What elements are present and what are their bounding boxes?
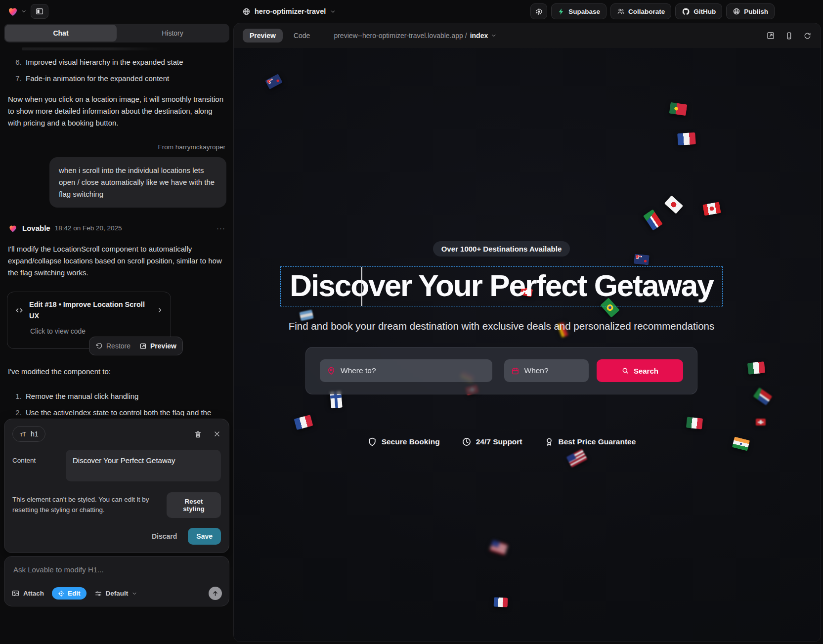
chat-scroll-area[interactable]: Improved visual hierarchy in the expande… [4,47,229,416]
location-pin-icon [327,366,336,375]
list-item: Remove the manual click handling [24,390,226,402]
feature-support: 24/7 Support [462,437,522,447]
edit-mode-button[interactable]: Edit [52,587,87,600]
hero-section: Over 1000+ Destinations Available Discov… [234,48,795,642]
hero-subtitle: Find and book your dream destination wit… [289,320,715,332]
type-icon: тT [20,430,26,438]
refresh-button[interactable] [803,32,812,40]
content-field-label: Content [12,450,60,464]
edit-card-actions: Restore Preview [89,337,183,355]
assistant-paragraph: I'll modify the LocationScroll component… [8,243,226,279]
message-author-label: From harrymckayroper [7,142,225,153]
tab-code[interactable]: Code [287,29,317,43]
discard-button[interactable]: Discard [152,532,177,540]
selected-element-pill[interactable]: тT h1 [12,426,45,442]
chevron-right-icon [156,306,164,314]
text-caret [361,267,362,306]
message-menu-button[interactable]: ··· [217,222,225,234]
lovable-heart-icon [8,223,18,233]
close-panel-button[interactable] [213,430,221,438]
edit-card-subtitle: Click to view code [30,326,164,337]
publish-button[interactable]: Publish [726,3,775,19]
code-icon [14,305,24,315]
element-editor-panel: тT h1 Content Discover Your Perfect Geta… [4,419,229,553]
list-item: Use the activeIndex state to control bot… [24,407,226,416]
chevron-down-icon [330,8,336,15]
chat-sidebar: Chat History Improved visual hierarchy i… [0,23,233,644]
preview-toolbar: Preview Code preview--hero-optimizer-tra… [234,23,821,48]
attach-button[interactable]: Attach [11,589,44,598]
gear-icon [535,7,543,16]
selected-h1-outline[interactable]: Discover Your Perfect Getaway [280,266,722,306]
save-button[interactable]: Save [188,528,221,545]
content-field-input[interactable]: Discover Your Perfect Getaway [66,450,221,481]
hero-title[interactable]: Discover Your Perfect Getaway [290,268,713,303]
settings-button[interactable] [530,3,547,19]
message-timestamp: 18:42 on Feb 20, 2025 [55,223,122,234]
tab-preview[interactable]: Preview [243,29,283,43]
sidebar-tabs: Chat History [4,24,229,43]
url-page: index [470,32,488,40]
collaborate-button[interactable]: Collaborate [610,3,671,19]
preview-version-button[interactable]: Preview [139,341,176,351]
toggle-sidebar-button[interactable] [31,4,48,19]
element-tag: h1 [31,430,39,438]
project-name: hero-optimizer-travel [255,7,326,15]
search-bar: Search [305,347,697,394]
supabase-button[interactable]: Supabase [551,3,606,19]
feature-best-price: Best Price Guarantee [544,437,636,447]
search-button[interactable]: Search [597,359,683,382]
feature-secure-booking: Secure Booking [367,437,440,447]
assistant-paragraph: I've modified the component to: [8,366,226,378]
feature-badges: Secure Booking 24/7 Support Best Price G… [367,437,636,447]
list-item: Improved visual hierarchy in the expande… [24,56,226,68]
send-button[interactable] [209,587,222,600]
supabase-icon [558,8,565,15]
chevron-down-icon [21,8,27,14]
delete-element-button[interactable] [194,430,202,438]
project-switcher[interactable]: hero-optimizer-travel [242,7,336,16]
app-topbar: hero-optimizer-travel Supabase Collabora… [0,0,823,23]
composer-input[interactable]: Ask Lovable to modify H1... [13,565,221,574]
url-base: preview--hero-optimizer-travel.lovable.a… [334,32,467,40]
destinations-badge: Over 1000+ Destinations Available [433,241,570,257]
restore-button[interactable]: Restore [95,341,130,351]
assistant-paragraph: Now when you click on a location image, … [8,93,226,129]
award-icon [544,437,554,447]
globe-icon [733,7,740,15]
github-button[interactable]: GitHub [675,3,722,19]
clipped-list-item [22,47,170,50]
tab-history[interactable]: History [117,25,228,42]
assistant-list-bottom: Remove the manual click handlingUse the … [24,390,226,416]
assistant-name: Lovable [22,222,50,234]
reset-styling-button[interactable]: Reset styling [167,492,221,518]
assistant-message-header: Lovable 18:42 on Feb 20, 2025 ··· [8,222,225,234]
users-icon [617,7,625,15]
lovable-logo-menu[interactable] [7,5,27,17]
open-in-new-tab-button[interactable] [766,31,775,40]
calendar-icon [511,367,520,375]
list-item: Fade-in animation for the expanded conte… [24,73,226,85]
shield-icon [367,437,377,447]
when-field[interactable] [504,359,589,382]
github-icon [682,7,690,16]
panel-left-icon [35,7,44,16]
styling-note: This element can't be styled. You can ed… [12,495,159,515]
user-message-bubble: when i scroll into the individual locati… [49,157,226,208]
preview-viewport: Over 1000+ Destinations Available Discov… [234,48,821,642]
where-input[interactable] [341,366,485,375]
lovable-heart-icon [7,5,19,17]
globe-icon [242,7,251,16]
preview-panel: Preview Code preview--hero-optimizer-tra… [233,23,821,642]
tab-chat[interactable]: Chat [5,25,117,42]
mobile-view-button[interactable] [785,32,793,40]
assistant-list-top: Improved visual hierarchy in the expande… [24,56,226,85]
when-input[interactable] [524,366,582,375]
where-field[interactable] [320,359,492,382]
chat-composer: Ask Lovable to modify H1... Attach Edit … [4,556,229,606]
edit-card-title: Edit #18 • Improve Location Scroll UX [29,299,151,322]
clock-icon [462,437,472,447]
model-mode-selector[interactable]: Default [94,590,138,598]
preview-url[interactable]: preview--hero-optimizer-travel.lovable.a… [334,32,497,40]
